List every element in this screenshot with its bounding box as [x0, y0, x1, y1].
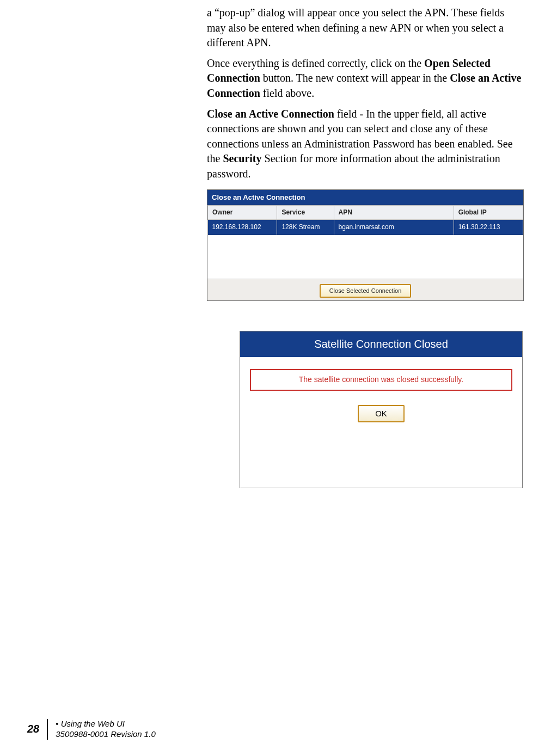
connection-table: Owner Service APN Global IP 192.168.128.… [207, 205, 523, 235]
col-service[interactable]: Service [277, 206, 334, 220]
cell-owner: 192.168.128.102 [208, 220, 277, 235]
p2-text-c: button. The new context will appear in t… [260, 72, 450, 84]
close-selected-connection-button[interactable]: Close Selected Connection [320, 284, 412, 298]
footer-line1: Using the Web UI [61, 719, 125, 728]
p3-bold-security: Security [223, 152, 261, 164]
col-global-ip[interactable]: Global IP [454, 206, 523, 220]
dialog-message: The satellite connection was closed succ… [250, 369, 512, 390]
cell-service: 128K Stream [277, 220, 334, 235]
close-connection-panel: Close an Active Connection Owner Service… [207, 189, 524, 301]
footer-text: • Using the Web UI 3500988-0001 Revision… [56, 719, 155, 740]
col-apn[interactable]: APN [334, 206, 454, 220]
cell-apn: bgan.inmarsat.com [334, 220, 454, 235]
p2-text-e: field above. [260, 87, 314, 99]
body-paragraph-2: Once everything is defined correctly, cl… [207, 56, 524, 101]
p3-bold-close-active: Close an Active Connection [207, 108, 334, 120]
body-paragraph-1: a “pop-up” dialog will appear once you s… [207, 5, 524, 51]
panel-whitespace [207, 235, 523, 279]
ok-button[interactable]: OK [358, 405, 405, 423]
page-footer: 28 • Using the Web UI 3500988-0001 Revis… [27, 719, 156, 740]
col-owner[interactable]: Owner [208, 206, 277, 220]
body-paragraph-3: Close an Active Connection field - In th… [207, 107, 524, 182]
footer-line2: 3500988-0001 Revision 1.0 [56, 729, 155, 739]
satellite-closed-dialog: Satellite Connection Closed The satellit… [240, 331, 523, 489]
panel-title: Close an Active Connection [207, 190, 523, 206]
footer-divider [47, 719, 48, 740]
cell-global-ip: 161.30.22.113 [454, 220, 523, 235]
panel-footer: Close Selected Connection [207, 279, 523, 300]
footer-bullet: • [56, 719, 60, 728]
table-row[interactable]: 192.168.128.102 128K Stream bgan.inmarsa… [208, 220, 523, 235]
page-number: 28 [27, 722, 47, 737]
p2-text-a: Once everything is defined correctly, cl… [207, 57, 424, 69]
dialog-title: Satellite Connection Closed [240, 331, 522, 358]
